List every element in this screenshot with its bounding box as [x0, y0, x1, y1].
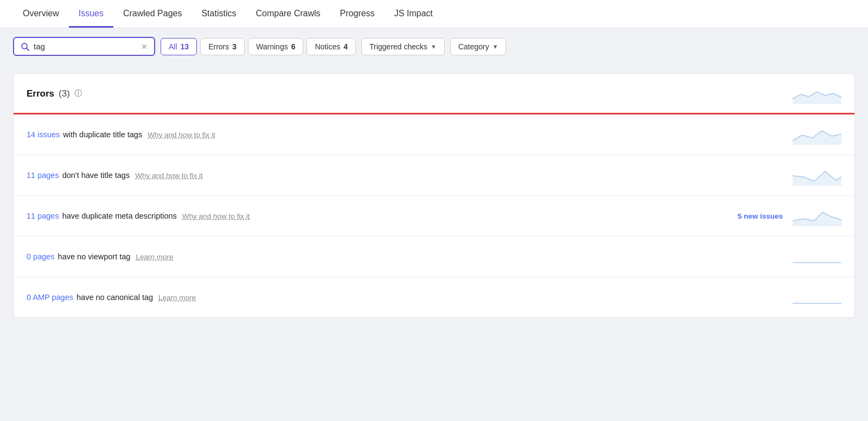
fix-link-dup-meta[interactable]: Why and how to fix it: [182, 212, 250, 220]
sparkline-no-title: [793, 165, 841, 186]
filter-notices-count: 4: [343, 42, 348, 51]
fix-link-duplicate-title[interactable]: Why and how to fix it: [148, 131, 215, 139]
section-count: (3): [59, 88, 70, 99]
issue-right-no-title: [793, 165, 841, 186]
triggered-checks-dropdown[interactable]: Triggered checks ▼: [361, 38, 445, 55]
issue-text-no-title: 11 pages don't have title tags Why and h…: [27, 171, 203, 180]
filter-warnings[interactable]: Warnings 6: [248, 38, 303, 55]
filter-errors-count: 3: [232, 42, 237, 51]
sparkline-dup-meta: [793, 206, 841, 226]
fix-link-no-title[interactable]: Why and how to fix it: [135, 171, 203, 180]
svg-marker-3: [793, 131, 841, 145]
issue-row-no-viewport: 0 pages have no viewport tag Learn more: [14, 237, 854, 277]
issue-desc-viewport: have no viewport tag: [58, 252, 131, 261]
filter-all-label: All: [169, 42, 177, 51]
main-content: Errors (3) ⓘ 14 issues with duplicate ti…: [0, 65, 868, 327]
filter-notices[interactable]: Notices 4: [307, 38, 355, 55]
fix-link-viewport[interactable]: Learn more: [136, 253, 173, 261]
section-title-text: Errors: [27, 88, 54, 99]
search-clear-icon[interactable]: ✕: [141, 42, 148, 51]
issue-link-duplicate-title[interactable]: 14 issues: [27, 130, 60, 139]
issue-right: [793, 124, 841, 145]
chevron-down-icon: ▼: [431, 43, 437, 50]
nav-item-compare-crawls[interactable]: Compare Crawls: [246, 0, 330, 28]
filter-warnings-label: Warnings: [256, 42, 288, 51]
nav-item-overview[interactable]: Overview: [13, 0, 69, 28]
issue-right-viewport: [793, 246, 841, 267]
sparkline-duplicate-title: [793, 124, 841, 145]
issue-row-duplicate-title: 14 issues with duplicate title tags Why …: [14, 114, 854, 155]
issue-right-dup-meta: 5 new issues: [738, 206, 841, 226]
sparkline-viewport: [793, 246, 841, 267]
svg-line-1: [27, 48, 29, 50]
filter-all-count: 13: [181, 42, 189, 51]
search-input[interactable]: [34, 42, 137, 51]
issue-link-dup-meta[interactable]: 11 pages: [27, 212, 59, 220]
filter-warnings-count: 6: [291, 42, 296, 51]
issue-desc-canonical: have no canonical tag: [76, 293, 153, 302]
info-icon[interactable]: ⓘ: [74, 89, 82, 99]
issue-row-no-title: 11 pages don't have title tags Why and h…: [14, 155, 854, 196]
section-header: Errors (3) ⓘ: [14, 74, 854, 113]
issue-link-viewport[interactable]: 0 pages: [27, 252, 55, 261]
main-nav: Overview Issues Crawled Pages Statistics…: [0, 0, 868, 28]
errors-section: Errors (3) ⓘ 14 issues with duplicate ti…: [13, 73, 855, 318]
issue-text-viewport: 0 pages have no viewport tag Learn more: [27, 252, 173, 261]
nav-item-issues[interactable]: Issues: [69, 0, 113, 28]
issue-row-duplicate-meta: 11 pages have duplicate meta description…: [14, 196, 854, 237]
filter-errors-label: Errors: [208, 42, 229, 51]
chevron-down-icon-2: ▼: [493, 43, 499, 50]
issue-text-dup-meta: 11 pages have duplicate meta description…: [27, 212, 250, 220]
category-label: Category: [458, 42, 489, 51]
issue-text-canonical: 0 AMP pages have no canonical tag Learn …: [27, 293, 196, 302]
section-title: Errors (3) ⓘ: [27, 88, 82, 99]
toolbar: ✕ All 13 Errors 3 Warnings 6 Notices 4 T…: [0, 28, 868, 65]
filter-all[interactable]: All 13: [161, 38, 197, 55]
search-box: ✕: [13, 37, 155, 56]
issue-link-canonical[interactable]: 0 AMP pages: [27, 293, 73, 302]
triggered-checks-label: Triggered checks: [369, 42, 427, 51]
issue-desc-no-title: don't have title tags: [62, 171, 130, 180]
issue-link-no-title[interactable]: 11 pages: [27, 171, 59, 180]
fix-link-canonical[interactable]: Learn more: [158, 294, 196, 302]
nav-item-js-impact[interactable]: JS Impact: [385, 0, 443, 28]
issue-row-no-canonical: 0 AMP pages have no canonical tag Learn …: [14, 277, 854, 317]
issue-text: 14 issues with duplicate title tags Why …: [27, 130, 215, 139]
new-issues-badge: 5 new issues: [738, 212, 783, 220]
category-dropdown[interactable]: Category ▼: [450, 38, 507, 55]
filter-group: All 13 Errors 3 Warnings 6 Notices 4: [161, 38, 356, 55]
nav-item-progress[interactable]: Progress: [330, 0, 385, 28]
filter-errors[interactable]: Errors 3: [200, 38, 245, 55]
section-sparkline: [793, 84, 841, 104]
filter-notices-label: Notices: [315, 42, 340, 51]
nav-item-statistics[interactable]: Statistics: [192, 0, 246, 28]
issue-desc-duplicate-title: with duplicate title tags: [63, 130, 142, 139]
issue-desc-dup-meta: have duplicate meta descriptions: [62, 212, 177, 220]
issue-right-canonical: [793, 287, 841, 308]
sparkline-canonical: [793, 287, 841, 308]
search-icon: [21, 42, 29, 51]
nav-item-crawled-pages[interactable]: Crawled Pages: [113, 0, 192, 28]
